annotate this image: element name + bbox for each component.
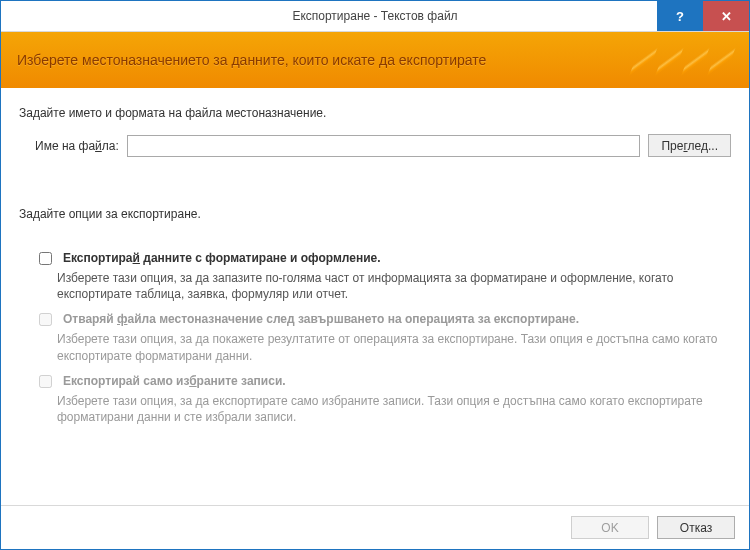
export-dialog: Експортиране - Текстов файл ? ✕ Изберете…	[0, 0, 750, 550]
ok-button: OK	[571, 516, 649, 539]
close-icon: ✕	[721, 9, 732, 24]
option-open-after-desc: Изберете тази опция, за да покажете резу…	[57, 331, 731, 363]
cancel-button[interactable]: Отказ	[657, 516, 735, 539]
option-selected-only: Експортирай само избраните записи.	[35, 374, 731, 391]
titlebar: Експортиране - Текстов файл ? ✕	[1, 1, 749, 32]
wizard-heading: Изберете местоназначението за данните, к…	[17, 52, 486, 68]
option-format-layout: Експортирай данните с форматиране и офор…	[35, 251, 731, 268]
option-format-layout-desc: Изберете тази опция, за да запазите по-г…	[57, 270, 731, 302]
destination-instruction: Задайте името и формата на файла местона…	[19, 106, 731, 120]
dialog-footer: OK Отказ	[1, 505, 749, 549]
close-button[interactable]: ✕	[703, 1, 749, 31]
option-open-after-title: Отваряй файла местоназначение след завър…	[63, 312, 579, 326]
option-selected-only-desc: Изберете тази опция, за да експортирате …	[57, 393, 731, 425]
banner-decoration	[635, 32, 731, 88]
browse-button[interactable]: Преглед...	[648, 134, 731, 157]
option-open-after-checkbox	[39, 313, 52, 326]
dialog-body: Задайте името и формата на файла местона…	[1, 88, 749, 505]
help-icon: ?	[676, 9, 684, 24]
filename-label: Име на файла:	[35, 139, 119, 153]
option-format-layout-checkbox[interactable]	[39, 252, 52, 265]
option-selected-only-checkbox	[39, 375, 52, 388]
filename-input[interactable]	[127, 135, 641, 157]
option-open-after: Отваряй файла местоназначение след завър…	[35, 312, 731, 329]
help-button[interactable]: ?	[657, 1, 703, 31]
option-selected-only-title: Експортирай само избраните записи.	[63, 374, 286, 388]
wizard-banner: Изберете местоназначението за данните, к…	[1, 32, 749, 88]
option-format-layout-title: Експортирай данните с форматиране и офор…	[63, 251, 381, 265]
window-title: Експортиране - Текстов файл	[1, 9, 749, 23]
export-options: Експортирай данните с форматиране и офор…	[19, 241, 731, 431]
options-heading: Задайте опции за експортиране.	[19, 207, 731, 221]
filename-row: Име на файла: Преглед...	[35, 134, 731, 157]
window-controls: ? ✕	[657, 1, 749, 31]
